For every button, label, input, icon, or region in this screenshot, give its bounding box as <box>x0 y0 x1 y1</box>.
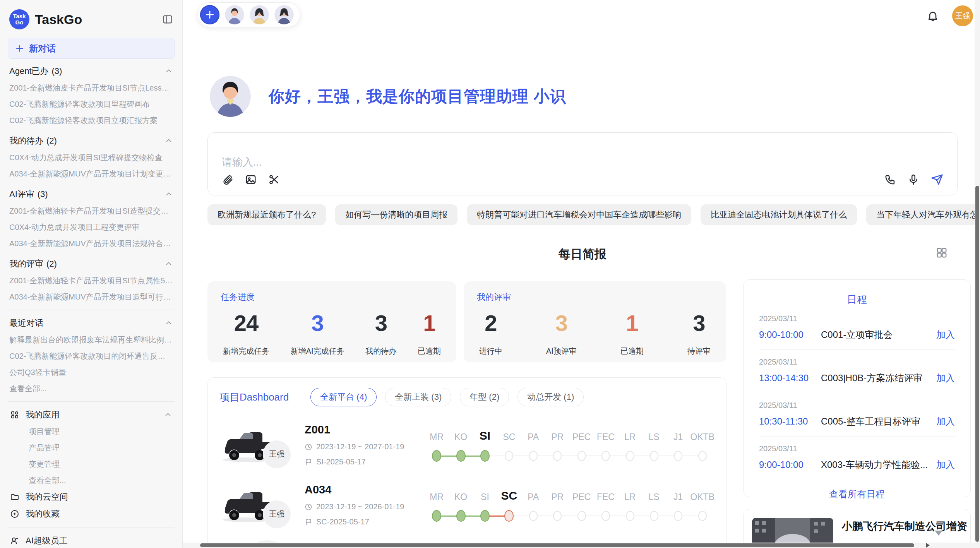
suggestion-chip[interactable]: 比亚迪全固态电池计划具体说了什么 <box>701 204 857 225</box>
notification-bell-icon[interactable] <box>927 10 939 22</box>
join-link[interactable]: 加入 <box>936 372 955 384</box>
sidebar-conversation-item[interactable]: A034-全新新能源MUV产品开发项目计划变更表编写 <box>6 166 176 182</box>
horizontal-scrollbar-thumb[interactable] <box>200 543 914 547</box>
sidebar-group-header[interactable]: 我的待办 (2) <box>6 132 176 149</box>
sidebar-conversation-item[interactable]: C02-飞腾新能源轻客改款项目的闭环通告反馈情况 <box>6 348 176 364</box>
suggestion-chip[interactable]: 欧洲新规最近颁布了什么? <box>207 204 326 225</box>
join-link[interactable]: 加入 <box>936 459 955 471</box>
sidebar-conversation-item[interactable]: C02-飞腾新能源轻客改款项目里程碑画布 <box>6 96 176 112</box>
my-apps-subitem[interactable]: 变更管理 <box>6 456 176 472</box>
vertical-scrollbar[interactable] <box>975 0 980 543</box>
metric-label: 待评审 <box>687 346 711 356</box>
suggestion-chip[interactable]: 特朗普可能对进口汽车增税会对中国车企造成哪些影响 <box>467 204 691 225</box>
milestone-node <box>674 451 682 461</box>
scroll-right-icon[interactable] <box>925 543 930 548</box>
member-avatar[interactable] <box>225 5 244 24</box>
sidebar-group-header[interactable]: 最近对话 <box>6 315 176 332</box>
vertical-scrollbar-thumb[interactable] <box>975 186 979 542</box>
ai-staff-label: AI超级员工 <box>26 535 172 546</box>
sidebar-item-cloud-space[interactable]: 我的云空间 <box>6 488 176 505</box>
sidebar-group-header[interactable]: 我的评审 (2) <box>6 255 176 272</box>
chevron-up-icon[interactable] <box>164 260 173 268</box>
metrics: 2 进行中 3 AI预评审 1 已逾期 3 待评审 <box>477 310 713 356</box>
schedule-item: 2025/03/11 9:00-10:00 X003-车辆动力学性能验... 加… <box>759 437 955 480</box>
attach-icon[interactable] <box>222 174 233 185</box>
dashboard-filter-pill[interactable]: 全新平台 (4) <box>310 388 377 406</box>
chevron-up-icon[interactable] <box>164 319 173 327</box>
member-avatar[interactable] <box>274 5 294 24</box>
milestone-label: SC <box>501 489 517 502</box>
news-card[interactable]: 小鹏飞行汽车制造公司增资 天眼查 App 显示，近日广州汇天飞行汽... <box>743 509 971 548</box>
chevron-up-icon[interactable] <box>164 67 173 75</box>
metric-value: 3 <box>693 310 705 336</box>
milestone-label: KO <box>454 432 467 442</box>
layout-grid-icon[interactable] <box>936 247 947 259</box>
my-apps-subitem[interactable]: 查看全部... <box>6 472 176 488</box>
dashboard-filter-pill[interactable]: 动总开发 (1) <box>517 388 584 406</box>
user-avatar[interactable]: 王强 <box>952 5 973 26</box>
dashboard-filter-pill[interactable]: 全新上装 (3) <box>385 388 451 406</box>
chevron-up-icon[interactable] <box>164 190 173 199</box>
schedule-main-row: 10:30-11:30 C005-整车工程目标评审 加入 <box>759 415 955 428</box>
chevron-up-icon[interactable] <box>164 411 172 419</box>
sidebar-conversation-item[interactable]: C0X4-动力总成开发项目工程变更评审 <box>6 219 176 235</box>
new-chat-button[interactable]: 新对话 <box>8 38 175 59</box>
sidebar-conversation-item[interactable]: Z001-全新燃油皮卡产品开发项目SI节点Lesson Learn报告 <box>6 80 176 96</box>
sidebar-group-header[interactable]: AI评审 (3) <box>6 186 176 203</box>
sidebar-item-favorites[interactable]: 我的收藏 <box>6 505 176 522</box>
milestone-node <box>504 510 514 522</box>
horizontal-scrollbar[interactable] <box>183 543 975 548</box>
sidebar-conversation-item[interactable]: 公司Q3轻卡销量 <box>6 364 176 380</box>
suggestion-chip[interactable]: 当下年轻人对汽车外观有怎样的喜好趋势 <box>866 204 980 225</box>
image-icon[interactable] <box>245 174 257 185</box>
milestone-node <box>432 450 441 462</box>
chat-input-placeholder[interactable]: 请输入... <box>222 155 943 169</box>
sidebar-conversation-item[interactable]: 解释最新出台的欧盟报废车法规再生塑料比例被调至15%... <box>6 332 176 348</box>
milestone-node <box>480 450 490 462</box>
view-all-schedule-link[interactable]: 查看所有日程 <box>759 480 955 500</box>
sidebar-group-header[interactable]: Agent已办 (3) <box>6 63 176 80</box>
metric-value: 24 <box>234 310 259 336</box>
project-flag-row: SI-2025-05-17 <box>305 457 421 466</box>
my-apps-subitem[interactable]: 产品管理 <box>6 440 176 456</box>
suggestion-chip[interactable]: 如何写一份清晰的项目周报 <box>335 204 457 225</box>
metric: 24 新增完成任务 <box>223 310 269 356</box>
project-row[interactable]: 王强 Z001 2023-12-19 ~ 2027-01-19 SI-2025-… <box>219 423 714 466</box>
phone-icon[interactable] <box>884 174 896 185</box>
chevron-up-icon[interactable] <box>164 137 173 145</box>
milestone-labels: MRKOSISCPAPRPECFECLRLSJ1OKTB <box>425 427 714 442</box>
scroll-down-icon[interactable] <box>934 530 943 536</box>
sidebar-conversation-item[interactable]: 查看全部... <box>6 380 176 397</box>
sidebar-collapse-icon[interactable] <box>162 14 173 25</box>
sidebar-conversation-item[interactable]: A034-全新新能源MUV产品开发项目造型可行性评审 <box>6 289 176 305</box>
sidebar-conversation-item[interactable]: Z001-全新燃油轻卡产品开发项目SI造型提交物评审 <box>6 203 176 219</box>
sidebar-item-my-apps[interactable]: 我的应用 <box>6 406 176 423</box>
chat-input-card[interactable]: 请输入... <box>207 132 958 195</box>
my-apps-subitem[interactable]: 项目管理 <box>6 423 176 440</box>
project-flag: SC-2025-05-17 <box>316 517 369 526</box>
sidebar-conversation-item[interactable]: C0X4-动力总成开发项目SI里程碑提交物检查 <box>6 149 176 166</box>
schedule-item: 2025/03/11 10:30-11:30 C005-整车工程目标评审 加入 <box>759 393 955 437</box>
project-dates: 2023-12-19 ~ 2027-01-19 <box>316 442 404 451</box>
send-icon[interactable] <box>931 173 943 186</box>
daily-briefing-header: 每日简报 <box>207 246 958 262</box>
join-link[interactable]: 加入 <box>936 329 955 341</box>
member-avatar[interactable] <box>250 5 269 24</box>
milestone-label: LS <box>649 432 660 442</box>
mic-icon[interactable] <box>908 174 919 185</box>
metrics: 24 新增完成任务 3 新增AI完成任务 3 我的待办 1 已逾期 <box>221 310 443 356</box>
suggestion-chips: 欧洲新规最近颁布了什么?如何写一份清晰的项目周报特朗普可能对进口汽车增税会对中国… <box>207 204 980 225</box>
project-dashboard-card: 项目Dashboard 全新平台 (4)全新上装 (3)年型 (2)动总开发 (… <box>207 377 726 548</box>
group-count: (3) <box>52 66 62 76</box>
sidebar-conversation-item[interactable]: C02-飞腾新能源轻客改款项目立项汇报方案 <box>6 112 176 128</box>
sidebar-item-ai-staff[interactable]: AI超级员工 <box>6 532 176 548</box>
sidebar-conversation-item[interactable]: A034-全新新能源MUV产品开发项目法规符合性评审 <box>6 235 176 252</box>
dashboard-filter-pill[interactable]: 年型 (2) <box>460 388 509 406</box>
join-link[interactable]: 加入 <box>936 415 955 428</box>
metric-label: 新增AI完成任务 <box>291 346 344 356</box>
sidebar-conversation-item[interactable]: Z001-全新燃油轻卡产品开发项目SI节点属性5D文件评审 <box>6 272 176 289</box>
add-member-button[interactable] <box>200 5 219 24</box>
sidebar-group: 我的待办 (2) C0X4-动力总成开发项目SI里程碑提交物检查A034-全新新… <box>6 132 176 182</box>
project-row[interactable]: 王强 A034 2023-12-19 ~ 2026-01-19 SC-2025-… <box>219 483 714 526</box>
scissors-icon[interactable] <box>268 174 280 185</box>
